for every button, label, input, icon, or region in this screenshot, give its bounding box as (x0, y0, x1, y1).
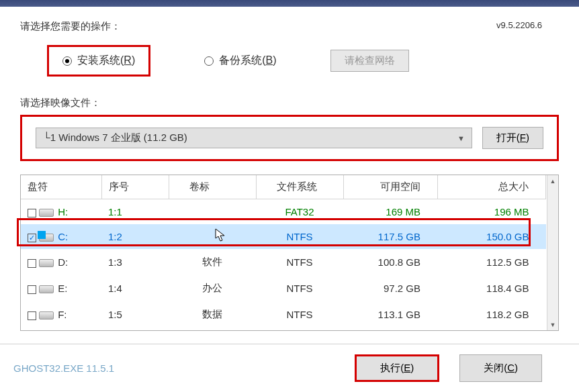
chevron-down-icon: ▼ (457, 134, 465, 142)
radio-install[interactable]: 安装系统(R) (47, 45, 150, 77)
scroll-up-icon[interactable]: ▲ (547, 175, 558, 187)
cell-fs: NTFS (256, 301, 343, 328)
cell-seq: 1:2 (101, 224, 169, 249)
row-checkbox[interactable] (28, 311, 36, 320)
cell-free: 113.1 GB (343, 301, 437, 328)
scrollbar[interactable]: ▲ ▼ (547, 175, 558, 330)
disk-icon (39, 234, 54, 242)
execute-button[interactable]: 执行(E) (355, 354, 439, 382)
table-row[interactable]: D:1:3软件NTFS100.8 GB112.5 GB (21, 249, 546, 275)
radio-backup-dot (204, 56, 214, 66)
cell-fs: NTFS (256, 224, 343, 249)
table-row[interactable]: E:1:4办公NTFS97.2 GB118.4 GB (21, 275, 546, 301)
disk-icon (39, 209, 54, 217)
scroll-down-icon[interactable]: ▼ (547, 319, 558, 330)
cell-total: 112.5 GB (437, 249, 546, 275)
cell-total: 118.2 GB (437, 301, 546, 328)
row-checkbox[interactable] (28, 259, 36, 268)
cell-total: 150.0 GB (437, 224, 546, 249)
drive-letter: F: (58, 309, 66, 320)
cell-label: 办公 (169, 275, 256, 301)
image-file-row: └1 Windows 7 企业版 (11.2 GB) ▼ 打开(F) (20, 115, 559, 161)
cell-free: 100.8 GB (343, 249, 437, 275)
drive-letter: D: (58, 256, 68, 268)
row-checkbox[interactable] (28, 285, 36, 294)
image-file-label: 请选择映像文件： (20, 97, 559, 109)
col-seq[interactable]: 序号 (101, 175, 169, 199)
disk-icon (39, 311, 54, 320)
disk-icon (39, 259, 54, 267)
cell-label: 软件 (169, 249, 256, 275)
cell-free: 117.5 GB (343, 224, 437, 249)
table-row[interactable]: H:1:1FAT32169 MB196 MB (21, 199, 546, 225)
cell-free: 97.2 GB (343, 275, 437, 301)
table-header: 盘符 序号 卷标 文件系统 可用空间 总大小 (21, 175, 546, 199)
col-fs[interactable]: 文件系统 (256, 175, 343, 199)
cell-seq: 1:3 (101, 249, 169, 275)
image-selected-text: └1 Windows 7 企业版 (11.2 GB) (43, 132, 187, 144)
cell-fs: NTFS (256, 275, 343, 301)
table-row[interactable]: F:1:5数据NTFS113.1 GB118.2 GB (21, 301, 546, 328)
image-combobox[interactable]: └1 Windows 7 企业版 (11.2 GB) ▼ (36, 128, 472, 148)
radio-backup[interactable]: 备份系统(B) (191, 47, 290, 75)
footer: GHOST32.EXE 11.5.1 执行(E) 关闭(C) (0, 344, 579, 392)
radio-install-dot (62, 56, 72, 66)
version-label: v9.5.2206.6 (496, 20, 542, 30)
cell-label (169, 199, 256, 225)
cell-seq: 1:1 (101, 199, 169, 225)
col-total[interactable]: 总大小 (437, 175, 546, 199)
cell-total: 118.4 GB (437, 275, 546, 301)
table-row[interactable]: ✓ C:1:2NTFS117.5 GB150.0 GB (21, 224, 546, 249)
close-button[interactable]: 关闭(C) (459, 354, 542, 382)
drive-letter: E: (58, 283, 67, 294)
operation-label: 请选择您需要的操作： (20, 20, 559, 33)
cell-total: 196 MB (437, 199, 546, 225)
cell-seq: 1:5 (101, 301, 169, 328)
col-drive[interactable]: 盘符 (21, 175, 101, 199)
drive-letter: H: (58, 206, 68, 217)
cell-fs: NTFS (256, 249, 343, 275)
open-button[interactable]: 打开(F) (482, 127, 543, 149)
disk-icon (39, 285, 54, 293)
cell-free: 169 MB (343, 199, 437, 225)
cell-fs: FAT32 (256, 199, 343, 225)
operation-row: 安装系统(R) 备份系统(B) 请检查网络 (20, 38, 559, 90)
footer-status: GHOST32.EXE 11.5.1 (13, 362, 114, 374)
drive-letter: C: (58, 231, 68, 242)
cell-label (169, 224, 256, 249)
title-bar (0, 0, 579, 7)
row-checkbox[interactable] (28, 209, 36, 217)
cell-seq: 1:4 (101, 275, 169, 301)
check-network-button[interactable]: 请检查网络 (330, 50, 409, 72)
cell-label: 数据 (169, 301, 256, 328)
col-label[interactable]: 卷标 (169, 175, 256, 199)
col-free[interactable]: 可用空间 (343, 175, 437, 199)
row-checkbox[interactable]: ✓ (28, 234, 36, 242)
partition-table: 盘符 序号 卷标 文件系统 可用空间 总大小 H:1:1FAT32169 MB1… (20, 175, 559, 331)
